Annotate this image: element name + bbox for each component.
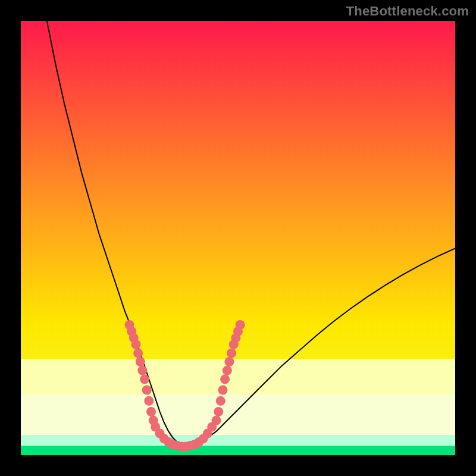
data-marker <box>144 396 154 406</box>
data-marker <box>131 340 141 349</box>
data-marker <box>220 374 230 384</box>
band-pale <box>21 359 455 394</box>
data-marker <box>133 349 143 358</box>
data-marker <box>214 407 223 416</box>
band-cream <box>21 394 455 435</box>
data-marker <box>216 396 226 406</box>
data-marker <box>136 357 145 367</box>
data-marker <box>224 357 234 367</box>
plot-area <box>21 21 455 455</box>
band-green <box>21 446 455 455</box>
data-marker <box>223 366 232 375</box>
watermark-text: TheBottleneck.com <box>346 4 469 19</box>
band-mint <box>21 435 455 446</box>
data-marker <box>137 366 147 375</box>
chart-frame: TheBottleneck.com <box>0 0 476 476</box>
data-marker <box>212 416 221 425</box>
data-marker <box>218 386 228 395</box>
chart-svg <box>21 21 455 455</box>
data-marker <box>236 320 245 330</box>
data-marker <box>142 386 152 395</box>
data-marker <box>140 374 149 384</box>
data-marker <box>146 407 156 416</box>
data-marker <box>227 349 236 358</box>
